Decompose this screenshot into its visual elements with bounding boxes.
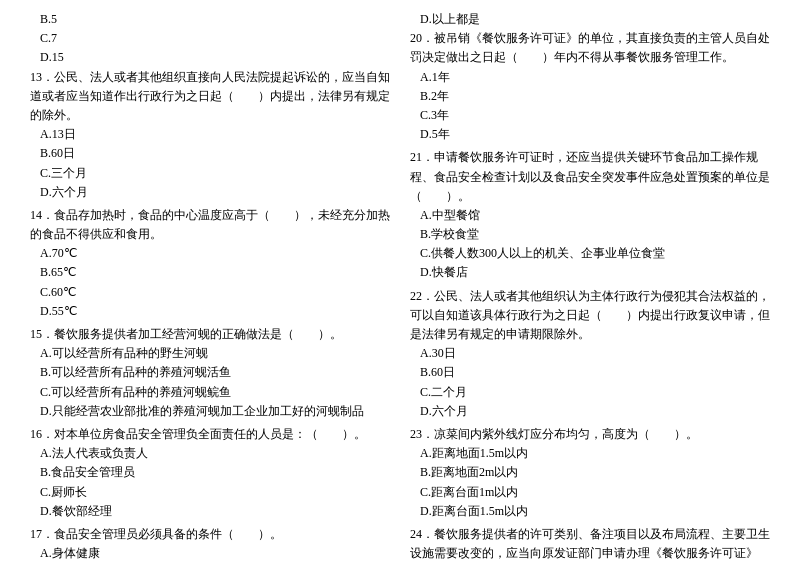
option: C.3年 [410,106,770,125]
option: C.厨师长 [30,483,390,502]
option: D.六个月 [410,402,770,421]
question-text: 14．食品存加热时，食品的中心温度应高于（ ），未经充分加热的食品不得供应和食用… [30,206,390,244]
question-block: 23．凉菜间内紫外线灯应分布均匀，高度为（ ）。A.距离地面1.5m以内B.距离… [410,425,770,521]
question-text: 23．凉菜间内紫外线灯应分布均匀，高度为（ ）。 [410,425,770,444]
option: A.距离地面1.5m以内 [410,444,770,463]
question-text: 22．公民、法人或者其他组织认为主体行政行为侵犯其合法权益的，可以自知道该具体行… [410,287,770,345]
option: D.5年 [410,125,770,144]
option: C.可以经营所有品种的养殖河蚬鲩鱼 [30,383,390,402]
option: B.65℃ [30,263,390,282]
question-block: 22．公民、法人或者其他组织认为主体行政行为侵犯其合法权益的，可以自知道该具体行… [410,287,770,421]
option: D.六个月 [30,183,390,202]
option: D.距离台面1.5m以内 [410,502,770,521]
question-block: 15．餐饮服务提供者加工经营河蚬的正确做法是（ ）。A.可以经营所有品种的野生河… [30,325,390,421]
question-block: 20．被吊销《餐饮服务许可证》的单位，其直接负责的主管人员自处罚决定做出之日起（… [410,29,770,144]
option: B.5 [30,10,390,29]
option: D.餐饮部经理 [30,502,390,521]
option: D.快餐店 [410,263,770,282]
question-block: 17．食品安全管理员必须具备的条件（ ）。A.身体健康B.具有餐饮从业人员健康合… [30,525,390,565]
question-block: 21．申请餐饮服务许可证时，还应当提供关键环节食品加工操作规程、食品安全检查计划… [410,148,770,282]
option: B.距离地面2m以内 [410,463,770,482]
option: C.二个月 [410,383,770,402]
question-text: 13．公民、法人或者其他组织直接向人民法院提起诉讼的，应当自知道或者应当知道作出… [30,68,390,126]
option: C.7 [30,29,390,48]
option: C.距离台面1m以内 [410,483,770,502]
question-block: 14．食品存加热时，食品的中心温度应高于（ ），未经充分加热的食品不得供应和食用… [30,206,390,321]
option: B.可以经营所有品种的养殖河蚬活鱼 [30,363,390,382]
option: A.身体健康 [30,544,390,563]
options-only-block: B.5C.7D.15 [30,10,390,68]
option: C.供餐人数300人以上的机关、企事业单位食堂 [410,244,770,263]
option: D.以上都是 [410,10,770,29]
page-content: B.5C.7D.1513．公民、法人或者其他组织直接向人民法院提起诉讼的，应当自… [30,10,770,565]
question-text: 15．餐饮服务提供者加工经营河蚬的正确做法是（ ）。 [30,325,390,344]
question-text: 21．申请餐饮服务许可证时，还应当提供关键环节食品加工操作规程、食品安全检查计划… [410,148,770,206]
option: C.60℃ [30,283,390,302]
option: A.30日 [410,344,770,363]
question-text: 16．对本单位房食品安全管理负全面责任的人员是：（ ）。 [30,425,390,444]
option: B.60日 [410,363,770,382]
question-text: 24．餐饮服务提供者的许可类别、备注项目以及布局流程、主要卫生设施需要改变的，应… [410,525,770,565]
option: A.中型餐馆 [410,206,770,225]
question-block: 13．公民、法人或者其他组织直接向人民法院提起诉讼的，应当自知道或者应当知道作出… [30,68,390,202]
option: A.可以经营所有品种的野生河蚬 [30,344,390,363]
option: B.食品安全管理员 [30,463,390,482]
question-text: 20．被吊销《餐饮服务许可证》的单位，其直接负责的主管人员自处罚决定做出之日起（… [410,29,770,67]
option: A.13日 [30,125,390,144]
option: A.法人代表或负责人 [30,444,390,463]
left-column: B.5C.7D.1513．公民、法人或者其他组织直接向人民法院提起诉讼的，应当自… [30,10,390,565]
option: B.学校食堂 [410,225,770,244]
question-text: 17．食品安全管理员必须具备的条件（ ）。 [30,525,390,544]
options-only-block: D.以上都是 [410,10,770,29]
option: B.60日 [30,144,390,163]
question-block: 16．对本单位房食品安全管理负全面责任的人员是：（ ）。A.法人代表或负责人B.… [30,425,390,521]
right-column: D.以上都是20．被吊销《餐饮服务许可证》的单位，其直接负责的主管人员自处罚决定… [410,10,770,565]
option: D.只能经营农业部批准的养殖河蚬加工企业加工好的河蚬制品 [30,402,390,421]
question-block: 24．餐饮服务提供者的许可类别、备注项目以及布局流程、主要卫生设施需要改变的，应… [410,525,770,565]
option: B.2年 [410,87,770,106]
option: D.55℃ [30,302,390,321]
option: A.1年 [410,68,770,87]
option: A.70℃ [30,244,390,263]
option: D.15 [30,48,390,67]
option: C.三个月 [30,164,390,183]
